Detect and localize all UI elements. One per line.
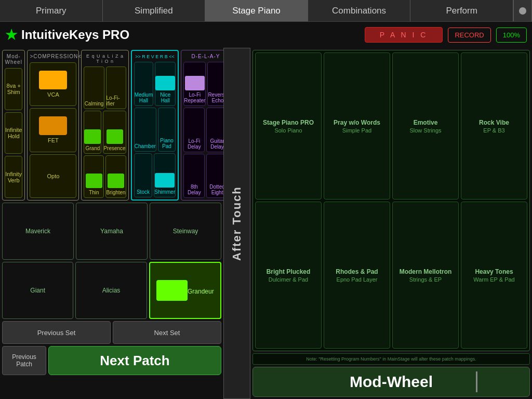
tab-combinations[interactable]: Combinations	[308, 0, 411, 21]
preset-modern-mellotron[interactable]: Modern Mellotron Strings & EP	[392, 202, 459, 349]
piano-btn-maverick[interactable]: Maverick	[2, 203, 74, 260]
preset-bright-plucked[interactable]: Bright Plucked Dulcimer & Pad	[255, 202, 322, 349]
brand-star-icon: ★	[5, 27, 17, 43]
presets-grid: Stage Piano PRO Solo Piano Pray w/o Word…	[252, 50, 530, 351]
eq-header: E q U a L i Z a T i O n	[84, 52, 126, 65]
tab-perform[interactable]: Perform	[410, 0, 513, 21]
reverb-btn-nicehall[interactable]: Nice Hall	[155, 62, 176, 106]
prev-patch-button[interactable]: Previous Patch	[2, 346, 46, 375]
preset-rhodes-pad[interactable]: Rhodes & Pad Epno Pad Layer	[324, 202, 390, 349]
piano-btn-steinway[interactable]: Steinway	[150, 203, 221, 260]
reverb-btn-mediumhall[interactable]: Medium Hall	[134, 62, 154, 106]
eq-row-2: Thin Brighten	[84, 155, 126, 198]
reverb-row-2: Stock Shimmer	[134, 153, 176, 197]
delay-btn-lofidelay[interactable]: Lo-Fi Delay	[183, 108, 205, 152]
brand: ★ IntuitiveKeys PRO	[5, 27, 129, 43]
left-panel: Mod-Wheel 8va + Shim Infinite Hold Infin…	[0, 48, 223, 399]
patch-buttons-row: Previous Patch Next Patch	[2, 346, 221, 375]
delay-header: D-E-L-A-Y	[183, 52, 228, 60]
eq-btn-thin[interactable]: Thin	[84, 155, 104, 198]
piano-btn-alicias[interactable]: Alicias	[75, 262, 147, 319]
next-set-button[interactable]: Next Set	[113, 321, 221, 344]
eq-block-presence	[107, 129, 123, 144]
comp-btn-2[interactable]: Opto	[30, 154, 76, 198]
eq-btn-grand[interactable]: Grand	[84, 111, 101, 153]
tab-primary[interactable]: Primary	[0, 0, 103, 21]
eq-btn-lofi[interactable]: Lo-Fi-ifier	[106, 66, 126, 109]
tab-dot[interactable]	[513, 0, 532, 21]
reverb-btn-shimmer[interactable]: Shimmer	[154, 153, 176, 197]
reverb-row-1: Chamber Piano Pad	[134, 108, 176, 152]
header-row: ★ IntuitiveKeys PRO P A N I C RECORD 100…	[0, 22, 532, 48]
delay-row-1: Lo-Fi Delay Guitar Delay	[183, 108, 228, 152]
panic-button[interactable]: P A N I C	[365, 27, 443, 43]
preset-heavy-tones[interactable]: Heavy Tones Warm EP & Pad	[461, 202, 527, 349]
modwheel-btn-0[interactable]: 8va + Shim	[5, 68, 22, 110]
comp-btn-1[interactable]: FET	[30, 108, 76, 152]
top-nav: Primary Simplified Stage Piano Combinati…	[0, 0, 532, 22]
effects-row: Mod-Wheel 8va + Shim Infinite Hold Infin…	[2, 50, 221, 201]
compression-header: >COMPRESSION<	[30, 52, 76, 60]
delay-row-0: Lo-Fi Repeater Reverse Echo	[183, 62, 228, 106]
eq-btn-brighten[interactable]: Brighten	[105, 155, 126, 198]
eq-row-1: Grand Presence	[84, 111, 126, 153]
brand-name: IntuitiveKeys PRO	[21, 28, 129, 42]
delay-btn-lofirepeater[interactable]: Lo-Fi Repeater	[183, 62, 206, 106]
reverb-block-shimmer	[155, 173, 175, 188]
comp-block-vca	[39, 71, 67, 89]
comp-block-fet	[39, 116, 67, 135]
eq-btn-presence[interactable]: Presence	[103, 111, 126, 153]
reverb-btn-chamber[interactable]: Chamber	[134, 108, 156, 152]
piano-btn-giant[interactable]: Giant	[2, 262, 73, 319]
piano-row-1: Maverick Yamaha Steinway	[2, 203, 221, 260]
reverb-header: >> R E V E R B <<	[134, 53, 176, 60]
delay-btn-8thdelay[interactable]: 8th Delay	[183, 154, 205, 198]
eq-block-brighten	[108, 174, 124, 188]
aftertouch-strip[interactable]: After Touch	[223, 48, 250, 399]
compression-column: >COMPRESSION< VCA FET Opto	[27, 50, 79, 201]
set-buttons-row: Previous Set Next Set	[2, 321, 221, 344]
piano-row-2: Giant Alicias Grandeur	[2, 262, 221, 319]
reverb-block-nicehall	[155, 76, 175, 90]
right-panel: Stage Piano PRO Solo Piano Pray w/o Word…	[250, 48, 532, 399]
reverb-column: >> R E V E R B << Medium Hall Nice Hall …	[131, 50, 179, 201]
modwheel-header: Mod-Wheel	[5, 52, 22, 66]
preset-emotive-slow-strings[interactable]: Emotive Slow Strings	[392, 52, 459, 200]
eq-row-0: Calming Lo-Fi-ifier	[84, 66, 126, 109]
comp-btn-0[interactable]: VCA	[30, 62, 76, 106]
delay-row-2: 8th Delay Dotted Eight	[183, 154, 228, 198]
reverb-btn-stock[interactable]: Stock	[134, 153, 153, 197]
next-patch-button[interactable]: Next Patch	[48, 346, 221, 375]
preset-rock-vibe[interactable]: Rock Vibe EP & B3	[461, 52, 527, 200]
record-button[interactable]: RECORD	[448, 28, 490, 43]
piano-btn-grandeur[interactable]: Grandeur	[149, 262, 221, 319]
status-dot	[519, 7, 526, 15]
reverb-btn-pianopad[interactable]: Piano Pad	[158, 108, 176, 152]
mod-wheel-bottom[interactable]: Mod-Wheel	[252, 367, 530, 397]
delay-block-lofirepeater	[185, 76, 205, 90]
prev-set-button[interactable]: Previous Set	[2, 321, 111, 344]
volume-button[interactable]: 100%	[496, 28, 527, 43]
note-row: Note: "Resetting Program Numbers" in Mai…	[252, 353, 530, 365]
preset-pray-wo-words[interactable]: Pray w/o Words Simple Pad	[324, 52, 390, 200]
reverb-row-0: Medium Hall Nice Hall	[134, 62, 176, 106]
eq-btn-calming[interactable]: Calming	[84, 66, 104, 109]
tab-simplified[interactable]: Simplified	[103, 0, 206, 21]
eq-block-thin	[86, 174, 102, 188]
piano-btn-yamaha[interactable]: Yamaha	[76, 203, 148, 260]
eq-block-grand	[84, 129, 101, 144]
modwheel-column: Mod-Wheel 8va + Shim Infinite Hold Infin…	[2, 50, 25, 201]
mod-wheel-indicator	[476, 371, 477, 392]
preset-stage-piano-pro[interactable]: Stage Piano PRO Solo Piano	[255, 52, 322, 200]
modwheel-btn-2[interactable]: Infinity Verb	[5, 156, 22, 198]
tab-stage-piano[interactable]: Stage Piano	[205, 0, 308, 21]
modwheel-btn-1[interactable]: Infinite Hold	[5, 112, 22, 154]
eq-column: E q U a L i Z a T i O n Calming Lo-Fi-if…	[81, 50, 128, 201]
main-content: Mod-Wheel 8va + Shim Infinite Hold Infin…	[0, 48, 532, 399]
grandeur-highlight	[156, 280, 188, 301]
